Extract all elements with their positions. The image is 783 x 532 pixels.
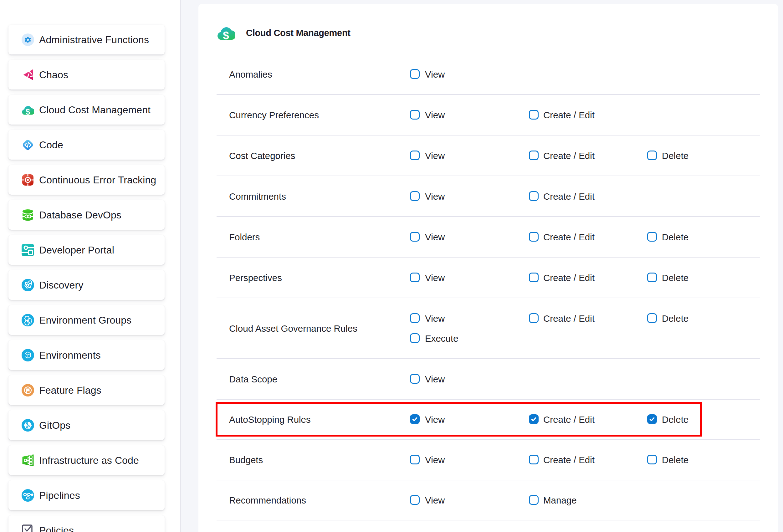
svg-text:$: $ xyxy=(26,107,30,115)
svg-text:$: $ xyxy=(223,29,229,40)
